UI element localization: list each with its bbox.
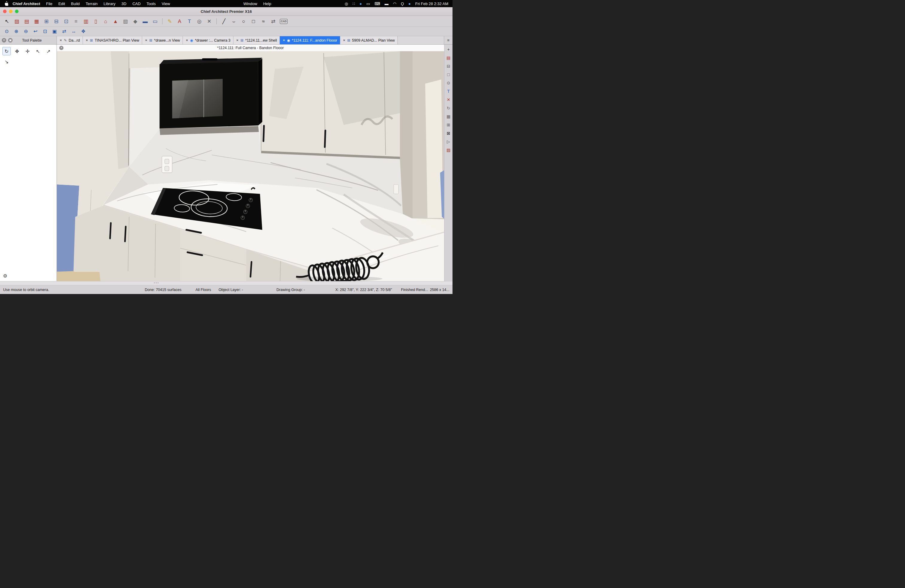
menu-view[interactable]: View: [159, 2, 173, 6]
wall-cabinet-tool-icon[interactable]: ▯: [91, 17, 100, 25]
menu-library[interactable]: Library: [100, 2, 119, 6]
draw-spline-tool-icon[interactable]: ≈: [259, 17, 268, 25]
text-check-icon[interactable]: T: [445, 88, 452, 94]
render-image-icon[interactable]: ▦: [445, 113, 452, 119]
text-tool-icon[interactable]: T: [185, 17, 194, 25]
pan-view-icon[interactable]: ✥: [79, 27, 88, 35]
wifi-icon[interactable]: ◠: [393, 2, 396, 6]
move-camera-tool-icon[interactable]: ✛: [23, 47, 32, 56]
material-region-tool-icon[interactable]: ◆: [131, 17, 140, 25]
tab-tinasathro-plan-view[interactable]: ✕⊞TINASATHRO... Plan View: [83, 36, 142, 44]
render-scene[interactable]: [57, 51, 444, 281]
select-rect-icon[interactable]: □: [445, 72, 452, 78]
straight-interior-wall-icon[interactable]: ▤: [22, 17, 31, 25]
delete-check-icon[interactable]: ✕: [445, 97, 452, 103]
chief-architect-app-icon[interactable]: ●: [359, 2, 362, 6]
tab-close-icon[interactable]: ✕: [236, 39, 238, 42]
tab-1124-111-f-andon-flooor[interactable]: ✕◉*1124.111: F...andon Flooor: [280, 36, 340, 44]
battery-icon[interactable]: ▬: [384, 2, 389, 6]
expand-view-icon[interactable]: ↔: [70, 27, 78, 35]
splitter-handle[interactable]: •••: [154, 281, 159, 285]
slab-tool-icon[interactable]: ▧: [121, 17, 130, 25]
grid-snap-icon[interactable]: ⊞: [445, 122, 452, 128]
cabinet-tools-icon[interactable]: ▤: [445, 55, 452, 61]
pan-camera-tool-icon[interactable]: ✥: [13, 47, 21, 56]
apple-menu[interactable]: [4, 1, 8, 6]
pin-icon[interactable]: ◎: [345, 2, 348, 6]
palette-close-button[interactable]: ✕: [2, 38, 6, 43]
tab-close-icon[interactable]: ✕: [60, 39, 62, 42]
splitter-bar[interactable]: •••: [0, 281, 452, 285]
palette-dock-button[interactable]: ▣: [8, 38, 13, 43]
furniture-tool-icon[interactable]: ▬: [141, 17, 150, 25]
zoom-window-button[interactable]: [15, 10, 19, 13]
tab-drawe-n-view[interactable]: ✕⊞*drawe...n View: [142, 36, 183, 44]
fixture-tool-icon[interactable]: ⌂: [101, 17, 110, 25]
tab-close-icon[interactable]: ✕: [343, 39, 345, 42]
cross-section-tool-icon[interactable]: ↘: [2, 57, 11, 66]
delete-tool-icon[interactable]: ✕: [205, 17, 214, 25]
power-outlet-right[interactable]: [394, 184, 399, 194]
grid-bold-icon[interactable]: ⊠: [445, 130, 452, 136]
close-window-button[interactable]: [3, 10, 6, 13]
menu-window[interactable]: Window: [240, 2, 260, 6]
pass-through-tool-icon[interactable]: ⊡: [62, 17, 71, 25]
find-object-icon[interactable]: ⊙: [445, 80, 452, 86]
select-objects-icon[interactable]: ↖: [2, 17, 11, 25]
cad-detail-tool-icon[interactable]: CAD: [280, 19, 287, 24]
rich-text-tool-icon[interactable]: A: [175, 17, 184, 25]
power-outlet[interactable]: [162, 156, 172, 173]
palette-settings-gear-icon[interactable]: ⚙: [3, 273, 7, 279]
object-snap-icon[interactable]: ⊟: [445, 63, 452, 69]
previous-view-icon[interactable]: ⇄: [60, 27, 68, 35]
tab-1124-11-ew-shell[interactable]: ✕⊞*1124.11...ew Shell: [233, 36, 280, 44]
view-to-scale-icon[interactable]: ▣: [50, 27, 59, 35]
display-icon[interactable]: ▭: [366, 2, 370, 6]
fill-window-icon[interactable]: ⊡: [41, 27, 49, 35]
add-object-icon[interactable]: +: [445, 46, 452, 52]
menu-clock[interactable]: Fri Feb 28 2:32 AM: [415, 2, 448, 6]
menu-chief-architect[interactable]: Chief Architect: [10, 2, 43, 6]
dolly-camera-tool-icon[interactable]: ↗: [44, 47, 53, 56]
keyboard-icon[interactable]: ⌨: [375, 2, 380, 6]
tab-close-icon[interactable]: ✕: [186, 39, 188, 42]
window-tool-icon[interactable]: ⊞: [42, 17, 51, 25]
viewport-close-button[interactable]: ✕: [59, 46, 64, 50]
user-account-icon[interactable]: ●: [408, 2, 411, 6]
box-object-tool-icon[interactable]: ▭: [151, 17, 159, 25]
draw-circle-tool-icon[interactable]: ○: [239, 17, 248, 25]
menu-3d[interactable]: 3D: [119, 2, 130, 6]
tab-close-icon[interactable]: ✕: [283, 39, 285, 42]
straight-exterior-wall-icon[interactable]: ▨: [12, 17, 21, 25]
menu-edit[interactable]: Edit: [56, 2, 68, 6]
zoom-in-icon[interactable]: ⊕: [12, 27, 21, 35]
tab-corner-button[interactable]: ≡: [444, 36, 452, 44]
window-titlebar[interactable]: Chief Architect Premier X16: [0, 7, 452, 16]
tilt-camera-tool-icon[interactable]: ↖: [34, 47, 42, 56]
rotate-icon[interactable]: ↻: [445, 105, 452, 111]
shelf-tool-icon[interactable]: ≡: [71, 17, 81, 25]
leader-line-tool-icon[interactable]: ◎: [195, 17, 204, 25]
zoom-out-icon[interactable]: ⊖: [22, 27, 30, 35]
draw-box-tool-icon[interactable]: □: [249, 17, 258, 25]
zoom-icon[interactable]: ⊙: [2, 27, 11, 35]
game-controller-icon[interactable]: ∷: [352, 2, 355, 6]
tab-drawer-camera-3[interactable]: ✕◉*drawer :... Camera 3: [183, 36, 233, 44]
dimension-tool-icon[interactable]: ⇄: [269, 17, 278, 25]
sketch-pencil-tool-icon[interactable]: ✎: [165, 17, 174, 25]
sliding-door-tool-icon[interactable]: ⊟: [52, 17, 61, 25]
tab-close-icon[interactable]: ✕: [145, 39, 147, 42]
base-cabinet-tool-icon[interactable]: ▥: [81, 17, 90, 25]
draw-line-tool-icon[interactable]: ╱: [219, 17, 229, 25]
microwave[interactable]: [159, 58, 262, 129]
tab-da-rd[interactable]: ✕✎Da...rd: [57, 36, 83, 44]
tab-5909-almad-plan-view[interactable]: ✕⊞5909 ALMAD... Plan View: [340, 36, 398, 44]
orbit-camera-tool-icon[interactable]: ↻: [2, 47, 11, 56]
menu-file[interactable]: File: [43, 2, 56, 6]
menu-build[interactable]: Build: [68, 2, 83, 6]
draw-arc-tool-icon[interactable]: ⌣: [229, 17, 238, 25]
walkthrough-icon[interactable]: ▷: [445, 138, 452, 145]
tab-close-icon[interactable]: ✕: [86, 39, 88, 42]
minimize-window-button[interactable]: [9, 10, 13, 13]
menu-terrain[interactable]: Terrain: [83, 2, 100, 6]
